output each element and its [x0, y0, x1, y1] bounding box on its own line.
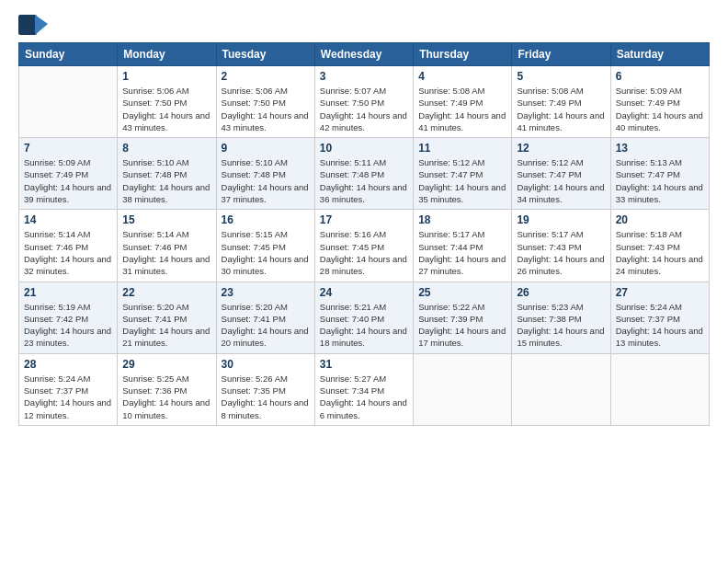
day-number: 10: [320, 142, 408, 155]
day-info: Sunrise: 5:23 AMSunset: 7:38 PMDaylight:…: [517, 301, 605, 350]
calendar-week-row: 14Sunrise: 5:14 AMSunset: 7:46 PMDayligh…: [19, 210, 710, 282]
day-info: Sunrise: 5:21 AMSunset: 7:40 PMDaylight:…: [320, 301, 408, 350]
day-info: Sunrise: 5:14 AMSunset: 7:46 PMDaylight:…: [122, 228, 210, 277]
calendar-cell: 11Sunrise: 5:12 AMSunset: 7:47 PMDayligh…: [414, 138, 512, 210]
day-info: Sunrise: 5:24 AMSunset: 7:37 PMDaylight:…: [616, 301, 704, 350]
calendar-cell: 24Sunrise: 5:21 AMSunset: 7:40 PMDayligh…: [314, 282, 413, 353]
day-number: 18: [418, 213, 506, 226]
logo-icon: [18, 15, 48, 35]
day-info: Sunrise: 5:12 AMSunset: 7:47 PMDaylight:…: [418, 156, 506, 205]
calendar-weekday-wednesday: Wednesday: [314, 43, 413, 66]
calendar-cell: 25Sunrise: 5:22 AMSunset: 7:39 PMDayligh…: [414, 282, 512, 353]
day-number: 14: [24, 213, 112, 226]
calendar-cell: 5Sunrise: 5:08 AMSunset: 7:49 PMDaylight…: [512, 66, 610, 138]
calendar-week-row: 28Sunrise: 5:24 AMSunset: 7:37 PMDayligh…: [19, 353, 710, 425]
calendar-cell: 15Sunrise: 5:14 AMSunset: 7:46 PMDayligh…: [118, 210, 216, 282]
calendar-table: SundayMondayTuesdayWednesdayThursdayFrid…: [18, 42, 710, 426]
calendar-cell: 7Sunrise: 5:09 AMSunset: 7:49 PMDaylight…: [19, 138, 118, 210]
calendar-cell: 23Sunrise: 5:20 AMSunset: 7:41 PMDayligh…: [216, 282, 314, 353]
calendar-cell: 21Sunrise: 5:19 AMSunset: 7:42 PMDayligh…: [19, 282, 118, 353]
day-info: Sunrise: 5:14 AMSunset: 7:46 PMDaylight:…: [24, 228, 112, 277]
day-number: 12: [517, 142, 605, 155]
day-number: 4: [418, 70, 506, 83]
calendar-cell: [414, 353, 512, 425]
calendar-weekday-sunday: Sunday: [19, 43, 118, 66]
calendar-cell: 26Sunrise: 5:23 AMSunset: 7:38 PMDayligh…: [512, 282, 610, 353]
day-info: Sunrise: 5:06 AMSunset: 7:50 PMDaylight:…: [222, 85, 310, 133]
svg-marker-1: [35, 15, 48, 35]
day-number: 6: [616, 70, 704, 83]
day-info: Sunrise: 5:20 AMSunset: 7:41 PMDaylight:…: [122, 301, 210, 350]
calendar-cell: 27Sunrise: 5:24 AMSunset: 7:37 PMDayligh…: [610, 282, 709, 353]
calendar-cell: 8Sunrise: 5:10 AMSunset: 7:48 PMDaylight…: [118, 138, 216, 210]
day-info: Sunrise: 5:10 AMSunset: 7:48 PMDaylight:…: [222, 156, 310, 205]
calendar-week-row: 21Sunrise: 5:19 AMSunset: 7:42 PMDayligh…: [19, 282, 710, 353]
calendar-cell: 13Sunrise: 5:13 AMSunset: 7:47 PMDayligh…: [610, 138, 709, 210]
day-number: 27: [616, 286, 704, 299]
calendar-week-row: 7Sunrise: 5:09 AMSunset: 7:49 PMDaylight…: [19, 138, 710, 210]
day-number: 22: [122, 286, 210, 299]
day-info: Sunrise: 5:18 AMSunset: 7:43 PMDaylight:…: [616, 228, 704, 277]
day-number: 15: [122, 213, 210, 226]
day-number: 8: [122, 142, 210, 155]
day-info: Sunrise: 5:25 AMSunset: 7:36 PMDaylight:…: [122, 373, 210, 421]
calendar-cell: 18Sunrise: 5:17 AMSunset: 7:44 PMDayligh…: [414, 210, 512, 282]
day-info: Sunrise: 5:26 AMSunset: 7:35 PMDaylight:…: [222, 373, 310, 421]
day-info: Sunrise: 5:11 AMSunset: 7:48 PMDaylight:…: [320, 156, 408, 205]
day-info: Sunrise: 5:10 AMSunset: 7:48 PMDaylight:…: [122, 156, 210, 205]
day-number: 9: [222, 142, 310, 155]
day-number: 11: [418, 142, 506, 155]
day-info: Sunrise: 5:09 AMSunset: 7:49 PMDaylight:…: [616, 85, 704, 133]
day-info: Sunrise: 5:08 AMSunset: 7:49 PMDaylight:…: [418, 85, 506, 133]
calendar-weekday-friday: Friday: [512, 43, 610, 66]
day-info: Sunrise: 5:12 AMSunset: 7:47 PMDaylight:…: [517, 156, 605, 205]
calendar-weekday-monday: Monday: [118, 43, 216, 66]
day-number: 3: [320, 70, 408, 83]
day-info: Sunrise: 5:09 AMSunset: 7:49 PMDaylight:…: [24, 156, 112, 205]
calendar-cell: 14Sunrise: 5:14 AMSunset: 7:46 PMDayligh…: [19, 210, 118, 282]
day-info: Sunrise: 5:24 AMSunset: 7:37 PMDaylight:…: [24, 373, 112, 421]
calendar-cell: 19Sunrise: 5:17 AMSunset: 7:43 PMDayligh…: [512, 210, 610, 282]
calendar-cell: 29Sunrise: 5:25 AMSunset: 7:36 PMDayligh…: [118, 353, 216, 425]
day-number: 2: [222, 70, 310, 83]
calendar-week-row: 1Sunrise: 5:06 AMSunset: 7:50 PMDaylight…: [19, 66, 710, 138]
day-info: Sunrise: 5:27 AMSunset: 7:34 PMDaylight:…: [320, 373, 408, 421]
header: [18, 15, 710, 35]
day-info: Sunrise: 5:20 AMSunset: 7:41 PMDaylight:…: [222, 301, 310, 350]
calendar-body: 1Sunrise: 5:06 AMSunset: 7:50 PMDaylight…: [19, 66, 710, 426]
calendar-cell: 20Sunrise: 5:18 AMSunset: 7:43 PMDayligh…: [610, 210, 709, 282]
day-info: Sunrise: 5:17 AMSunset: 7:43 PMDaylight:…: [517, 228, 605, 277]
day-number: 30: [222, 358, 310, 371]
day-info: Sunrise: 5:06 AMSunset: 7:50 PMDaylight:…: [122, 85, 210, 133]
day-number: 26: [517, 286, 605, 299]
logo: [18, 15, 51, 35]
day-number: 17: [320, 213, 408, 226]
day-number: 28: [24, 358, 112, 371]
calendar-weekday-tuesday: Tuesday: [216, 43, 314, 66]
calendar-cell: 4Sunrise: 5:08 AMSunset: 7:49 PMDaylight…: [414, 66, 512, 138]
calendar-header-row: SundayMondayTuesdayWednesdayThursdayFrid…: [19, 43, 710, 66]
day-info: Sunrise: 5:22 AMSunset: 7:39 PMDaylight:…: [418, 301, 506, 350]
day-info: Sunrise: 5:07 AMSunset: 7:50 PMDaylight:…: [320, 85, 408, 133]
day-number: 13: [616, 142, 704, 155]
day-number: 19: [517, 213, 605, 226]
calendar-cell: 10Sunrise: 5:11 AMSunset: 7:48 PMDayligh…: [314, 138, 413, 210]
day-number: 31: [320, 358, 408, 371]
calendar-cell: 3Sunrise: 5:07 AMSunset: 7:50 PMDaylight…: [314, 66, 413, 138]
calendar-cell: 12Sunrise: 5:12 AMSunset: 7:47 PMDayligh…: [512, 138, 610, 210]
calendar-weekday-thursday: Thursday: [414, 43, 512, 66]
calendar-cell: 6Sunrise: 5:09 AMSunset: 7:49 PMDaylight…: [610, 66, 709, 138]
day-info: Sunrise: 5:19 AMSunset: 7:42 PMDaylight:…: [24, 301, 112, 350]
calendar-cell: 30Sunrise: 5:26 AMSunset: 7:35 PMDayligh…: [216, 353, 314, 425]
calendar-cell: 1Sunrise: 5:06 AMSunset: 7:50 PMDaylight…: [118, 66, 216, 138]
day-number: 7: [24, 142, 112, 155]
svg-rect-0: [18, 15, 37, 35]
day-info: Sunrise: 5:08 AMSunset: 7:49 PMDaylight:…: [517, 85, 605, 133]
calendar-cell: 2Sunrise: 5:06 AMSunset: 7:50 PMDaylight…: [216, 66, 314, 138]
calendar-weekday-saturday: Saturday: [610, 43, 709, 66]
day-info: Sunrise: 5:17 AMSunset: 7:44 PMDaylight:…: [418, 228, 506, 277]
day-number: 23: [222, 286, 310, 299]
calendar-cell: 17Sunrise: 5:16 AMSunset: 7:45 PMDayligh…: [314, 210, 413, 282]
day-info: Sunrise: 5:13 AMSunset: 7:47 PMDaylight:…: [616, 156, 704, 205]
day-number: 5: [517, 70, 605, 83]
